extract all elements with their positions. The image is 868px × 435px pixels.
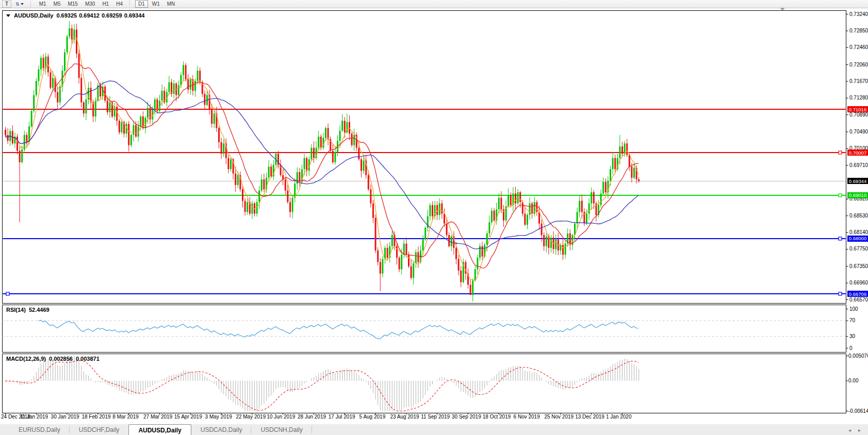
candle-body <box>605 182 607 192</box>
candle-body <box>531 204 533 214</box>
candle-body <box>382 259 383 274</box>
macd-axis-label: 0.00 <box>848 378 858 383</box>
candle-body <box>474 270 476 281</box>
candle-body <box>287 191 288 202</box>
candle-body <box>612 158 614 170</box>
candle-body <box>263 179 265 189</box>
chart-canvas[interactable] <box>0 0 868 435</box>
candle-body <box>519 192 521 202</box>
candle-body <box>363 161 365 171</box>
tab-usdchf[interactable]: USDCHF,Daily <box>70 424 129 435</box>
tab-usdcad[interactable]: USDCAD,Daily <box>191 424 252 435</box>
candle-body <box>451 237 452 246</box>
candle-body <box>424 228 426 239</box>
macd-main-value: 0.002856 <box>49 356 73 362</box>
candle-body <box>372 204 374 218</box>
candle-body <box>515 194 516 204</box>
date-axis-label: 30 Jan 2019 <box>51 414 79 420</box>
candle-body <box>411 266 412 278</box>
candle-body <box>50 72 51 88</box>
candle-body <box>17 137 18 150</box>
tab-audusd[interactable]: AUDUSD,Daily <box>128 424 191 435</box>
candle-body <box>173 83 175 94</box>
candle-body <box>36 81 37 95</box>
price-axis-label: 0.66570 <box>849 297 868 303</box>
resistance-line-2-handle[interactable] <box>839 151 842 154</box>
main-chart-panel[interactable] <box>3 11 846 304</box>
candle-body <box>119 121 120 132</box>
candle-body <box>334 152 336 162</box>
candle-body <box>256 202 258 213</box>
candle-body <box>52 78 54 88</box>
candle-body <box>121 122 122 132</box>
candle-body <box>429 205 431 216</box>
candle-body <box>353 135 355 145</box>
date-axis-label: 18 Feb 2019 <box>81 414 110 420</box>
candle-body <box>494 211 495 221</box>
support-badge-blue-1: 0.68000 <box>847 236 868 242</box>
price-axis-label: 0.72850 <box>849 28 868 34</box>
support-line-green-handle[interactable] <box>839 194 842 197</box>
candle-body <box>631 166 632 178</box>
candle-body <box>304 158 305 170</box>
tab-scroll-left-icon[interactable]: ◂ <box>848 427 851 433</box>
candle-body <box>168 82 170 92</box>
candle-body <box>251 204 253 214</box>
support-line-blue-2-left-handle[interactable] <box>6 292 9 295</box>
candle-body <box>237 175 239 185</box>
candle-body <box>318 137 319 148</box>
candle-body <box>107 101 108 112</box>
candle-body <box>69 28 70 37</box>
date-axis-label: 6 Nov 2019 <box>514 414 540 420</box>
candle-body <box>95 101 96 116</box>
candle-body <box>358 148 359 159</box>
price-axis-label: 0.71670 <box>849 78 868 84</box>
rsi-axis-label: 0 <box>849 345 853 351</box>
support-line-blue-1-handle[interactable] <box>839 237 842 240</box>
candle-body <box>351 133 353 145</box>
ohlc-open: 0.69325 <box>56 12 77 19</box>
candle-body <box>135 125 137 137</box>
rsi-panel-title: RSI(14) 52.4469 <box>6 307 50 313</box>
candle-body <box>415 252 417 263</box>
candle-body <box>147 108 149 118</box>
price-axis-label: 0.71280 <box>849 95 868 101</box>
ohlc-close: 0.69344 <box>124 12 145 19</box>
candle-body <box>332 150 334 162</box>
date-axis-label: 8 Mar 2019 <box>112 414 139 420</box>
candle-body <box>339 130 341 141</box>
candle-body <box>133 125 134 135</box>
candle-body <box>380 262 381 273</box>
price-axis-label: 0.72060 <box>849 62 868 68</box>
candle-body <box>482 246 483 257</box>
candle-body <box>477 258 478 269</box>
candle-body <box>341 121 343 130</box>
candle-body <box>444 214 445 224</box>
candle-body <box>619 146 620 158</box>
macd-axis-label: 0.005076 <box>848 353 868 359</box>
tab-eurusd[interactable]: EURUSD,Daily <box>9 424 70 435</box>
candle-body <box>488 222 490 233</box>
macd-signal-value: 0.003871 <box>76 356 100 362</box>
date-axis-label: 15 Apr 2019 <box>174 414 202 420</box>
candle-body <box>460 271 462 282</box>
candle-body <box>579 201 580 212</box>
date-axis-label: 5 Aug 2019 <box>359 414 386 420</box>
candle-body <box>40 58 42 69</box>
symbol-dropdown-icon[interactable] <box>6 14 10 17</box>
price-axis-label: 0.67750 <box>849 246 868 252</box>
tab-usdcnh[interactable]: USDCNH,Daily <box>251 424 312 435</box>
candle-body <box>187 79 189 90</box>
tab-scroll-right-icon[interactable]: ▸ <box>858 427 861 433</box>
candle-body <box>417 252 419 262</box>
price-axis-label: 0.73240 <box>849 11 868 17</box>
rsi-panel[interactable] <box>3 305 846 353</box>
candle-body <box>261 179 263 191</box>
candle-body <box>527 215 528 225</box>
candle-body <box>472 280 473 295</box>
support-line-blue-2-handle[interactable] <box>839 292 842 295</box>
macd-label: MACD(12,26,9) <box>6 356 46 362</box>
price-axis-label: 0.72460 <box>849 44 868 50</box>
candle-body <box>161 91 163 101</box>
tab-scroll-arrows: ◂ ▸ <box>848 424 868 435</box>
